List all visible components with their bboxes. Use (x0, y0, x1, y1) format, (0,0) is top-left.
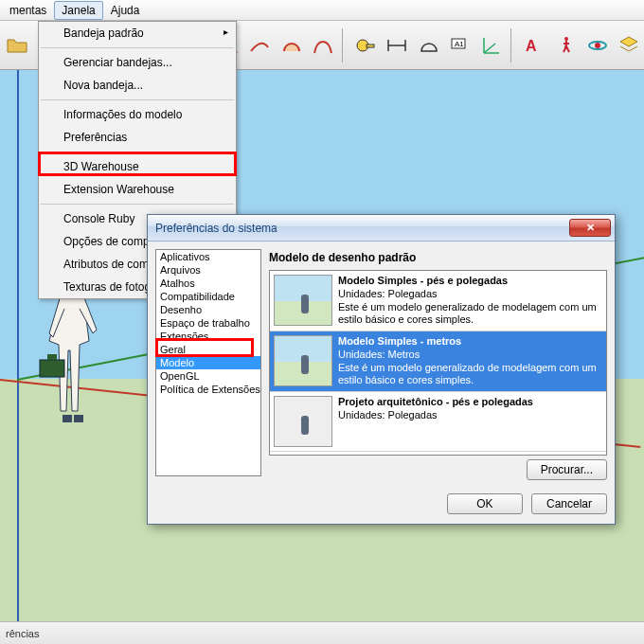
right-pane: Modelo de desenho padrão Modelo Simples … (269, 249, 607, 480)
cat-geral[interactable]: Geral (156, 343, 260, 356)
layers-icon[interactable] (615, 30, 644, 61)
dialog-title: Preferências do sistema (155, 222, 569, 235)
dialog-buttons: OK Cancelar (148, 488, 615, 524)
svg-rect-16 (47, 354, 57, 360)
svg-text:A: A (526, 38, 537, 54)
browse-button[interactable]: Procurar... (527, 459, 607, 480)
cat-compatibilidade[interactable]: Compatibilidade (156, 290, 260, 303)
text-icon[interactable]: A1 (445, 30, 474, 61)
mi-preferencias[interactable]: Preferências (39, 126, 236, 149)
template-desc: Este é um modelo generalizado de modelag… (338, 301, 597, 326)
svg-text:A1: A1 (455, 40, 464, 48)
tape-icon[interactable] (350, 30, 380, 61)
template-desc: Este é um modelo generalizado de modelag… (338, 362, 597, 386)
mi-info-modelo[interactable]: Informações do modelo (39, 103, 236, 126)
cancel-button[interactable]: Cancelar (531, 493, 607, 514)
svg-rect-17 (63, 415, 72, 422)
template-thumb (274, 335, 332, 386)
menu-ajuda[interactable]: Ajuda (103, 1, 148, 20)
svg-rect-18 (74, 415, 83, 422)
dimension-icon[interactable] (383, 30, 412, 61)
axis-z (17, 70, 19, 621)
cat-arquivos[interactable]: Arquivos (156, 263, 260, 277)
cat-desenho[interactable]: Desenho (156, 303, 260, 316)
cat-aplicativos[interactable]: Aplicativos (156, 250, 260, 263)
template-title: Projeto arquitetônico - pés e polegadas (338, 396, 533, 407)
menu-separator (41, 47, 234, 48)
template-title: Modelo Simples - pés e polegadas (338, 275, 508, 286)
cat-modelo[interactable]: Modelo (156, 356, 260, 369)
template-units: Unidades: Polegadas (338, 288, 438, 299)
mi-nova-bandeja[interactable]: Nova bandeja... (39, 74, 236, 97)
preferences-dialog: Preferências do sistema ✕ Aplicativos Ar… (147, 214, 616, 525)
template-item[interactable]: Projeto arquitetônico - pés e polegadas … (270, 392, 606, 452)
protractor-icon[interactable] (414, 30, 443, 61)
mi-extension-warehouse[interactable]: Extension Warehouse (39, 178, 236, 201)
menu-separator (41, 152, 234, 152)
mi-gerenciar-bandejas[interactable]: Gerenciar bandejas... (39, 51, 236, 74)
cat-extensoes[interactable]: Extensões (156, 330, 260, 343)
orbit-icon[interactable] (582, 30, 612, 61)
menu-tools[interactable]: mentas (2, 1, 54, 20)
close-button[interactable]: ✕ (569, 219, 611, 237)
template-list[interactable]: Modelo Simples - pés e polegadas Unidade… (269, 270, 607, 456)
cat-politica-extensoes[interactable]: Política de Extensões (156, 383, 260, 396)
menu-janela[interactable]: Janela (54, 1, 102, 20)
dialog-titlebar[interactable]: Preferências do sistema ✕ (148, 215, 615, 242)
mi-bandeja-padrao[interactable]: Bandeja padrão (39, 22, 236, 45)
template-units: Unidades: Polegadas (338, 409, 438, 420)
menu-separator (41, 204, 234, 205)
template-item-selected[interactable]: Modelo Simples - metros Unidades: Metros… (270, 331, 606, 392)
svg-rect-7 (367, 45, 374, 47)
axes-icon[interactable] (477, 30, 507, 61)
ok-button[interactable]: OK (447, 493, 523, 514)
folder-icon[interactable] (2, 30, 31, 61)
3dtext-icon[interactable]: A (520, 30, 549, 61)
template-units: Unidades: Metros (338, 349, 420, 360)
cat-opengl[interactable]: OpenGL (156, 369, 260, 383)
cat-espaco-trabalho[interactable]: Espaço de trabalho (156, 316, 260, 330)
walk-icon[interactable] (551, 30, 581, 61)
menu-separator (41, 99, 234, 100)
category-list[interactable]: Aplicativos Arquivos Atalhos Compatibili… (155, 249, 261, 476)
status-text: rências (6, 628, 39, 639)
svg-point-11 (564, 37, 568, 41)
template-thumb (274, 275, 332, 326)
template-thumb (274, 396, 332, 447)
cat-atalhos[interactable]: Atalhos (156, 277, 260, 290)
template-item[interactable]: Modelo Simples - pés e polegadas Unidade… (270, 271, 606, 331)
svg-rect-15 (40, 360, 64, 377)
pane-heading: Modelo de desenho padrão (269, 249, 607, 270)
arc2-icon[interactable] (245, 30, 275, 61)
template-title: Modelo Simples - metros (338, 335, 461, 347)
statusbar: rências (0, 621, 644, 644)
menubar[interactable]: mentas Janela Ajuda (0, 0, 644, 21)
mi-3d-warehouse[interactable]: 3D Warehouse (39, 155, 236, 178)
arc3-icon[interactable] (277, 30, 306, 61)
arc4-icon[interactable] (308, 30, 337, 61)
svg-point-13 (595, 43, 600, 48)
